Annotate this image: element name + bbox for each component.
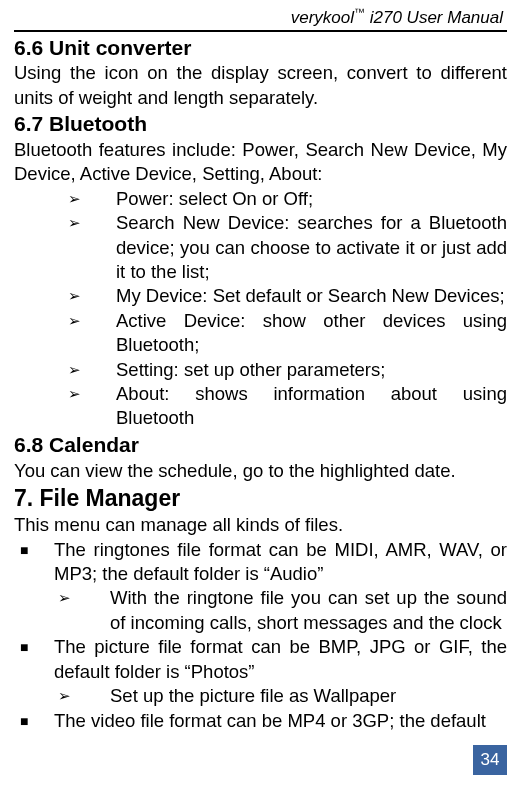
list-item: ■ The picture file format can be BMP, JP…: [14, 635, 507, 708]
list-item-text: Power: select On or Off;: [116, 187, 507, 211]
list-item: ➢ Power: select On or Off;: [60, 187, 507, 211]
header-rule: [14, 30, 507, 32]
chevron-icon: ➢: [60, 187, 116, 211]
chevron-icon: ➢: [60, 309, 116, 358]
trademark-symbol: ™: [354, 6, 365, 18]
list-item: ■ The ringtones file format can be MIDI,…: [14, 538, 507, 636]
product-name: i270 User Manual: [365, 8, 503, 27]
section-68-title: 6.8 Calendar: [14, 431, 507, 459]
brand-name: verykool: [291, 8, 354, 27]
page-content: 6.6 Unit converter Using the icon on the…: [14, 34, 507, 733]
manual-page: verykool™ i270 User Manual 6.6 Unit conv…: [0, 0, 521, 793]
list-item-text: About: shows information about using Blu…: [116, 382, 507, 431]
list-item: ■ The video file format can be MP4 or 3G…: [14, 709, 507, 733]
list-item-text: Search New Device: searches for a Blueto…: [116, 211, 507, 284]
section-7-intro: This menu can manage all kinds of files.: [14, 513, 507, 537]
chevron-icon: ➢: [54, 684, 110, 708]
section-7-title: 7. File Manager: [14, 483, 507, 513]
section-67-intro: Bluetooth features include: Power, Searc…: [14, 138, 507, 187]
list-item-text: The video file format can be MP4 or 3GP;…: [54, 709, 507, 733]
section-66-title: 6.6 Unit converter: [14, 34, 507, 62]
chevron-icon: ➢: [60, 382, 116, 431]
list-item-text: The picture file format can be BMP, JPG …: [54, 635, 507, 684]
list-item-text: With the ringtone file you can set up th…: [110, 586, 507, 635]
page-header: verykool™ i270 User Manual: [14, 6, 507, 30]
section-7-list: ■ The ringtones file format can be MIDI,…: [14, 538, 507, 733]
section-67-list: ➢ Power: select On or Off; ➢ Search New …: [60, 187, 507, 431]
section-66-body: Using the icon on the display screen, co…: [14, 61, 507, 110]
list-item: ➢ Setting: set up other parameters;: [60, 358, 507, 382]
list-item-body: The picture file format can be BMP, JPG …: [54, 635, 507, 708]
chevron-icon: ➢: [54, 586, 110, 635]
list-item: ➢ Active Device: show other devices usin…: [60, 309, 507, 358]
list-item: ➢ Search New Device: searches for a Blue…: [60, 211, 507, 284]
square-bullet-icon: ■: [14, 538, 54, 636]
chevron-icon: ➢: [60, 284, 116, 308]
list-item: ➢ About: shows information about using B…: [60, 382, 507, 431]
square-bullet-icon: ■: [14, 709, 54, 733]
chevron-icon: ➢: [60, 211, 116, 284]
list-item-text: Active Device: show other devices using …: [116, 309, 507, 358]
list-item: ➢ Set up the picture file as Wallpaper: [54, 684, 507, 708]
page-number: 34: [481, 750, 500, 770]
sub-list: ➢ With the ringtone file you can set up …: [54, 586, 507, 635]
list-item-text: Set up the picture file as Wallpaper: [110, 684, 507, 708]
list-item-text: The ringtones file format can be MIDI, A…: [54, 538, 507, 587]
list-item-body: The ringtones file format can be MIDI, A…: [54, 538, 507, 636]
list-item-text: Setting: set up other parameters;: [116, 358, 507, 382]
section-68-body: You can view the schedule, go to the hig…: [14, 459, 507, 483]
sub-list: ➢ Set up the picture file as Wallpaper: [54, 684, 507, 708]
chevron-icon: ➢: [60, 358, 116, 382]
section-67-title: 6.7 Bluetooth: [14, 110, 507, 138]
square-bullet-icon: ■: [14, 635, 54, 708]
list-item: ➢ My Device: Set default or Search New D…: [60, 284, 507, 308]
list-item-text: My Device: Set default or Search New Dev…: [116, 284, 507, 308]
list-item: ➢ With the ringtone file you can set up …: [54, 586, 507, 635]
list-item-body: The video file format can be MP4 or 3GP;…: [54, 709, 507, 733]
page-number-badge: 34: [473, 745, 507, 775]
